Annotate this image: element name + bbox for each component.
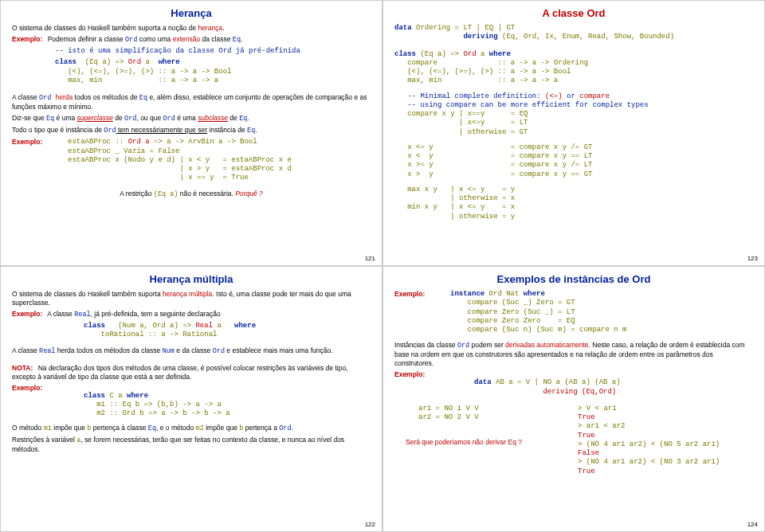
code-block: data Ordering = LT | EQ | GT deriving (E…: [394, 24, 753, 42]
example-label: Exemplo:: [12, 35, 42, 44]
paragraph: Diz-se que Eq é uma superclasse de Ord, …: [12, 114, 371, 123]
code-block: -- isto é uma simplificação da classe Or…: [55, 47, 371, 56]
code-block: class (Eq a) => Ord a where (<), (<=), (…: [55, 58, 371, 85]
slide-title: Herança múltipla: [12, 273, 371, 285]
paragraph: O método m1 impõe que b pertença à class…: [12, 424, 371, 433]
footer-line: A restrição (Eq a) não é necessária. Por…: [12, 190, 371, 199]
paragraph: A classe Ord herda todos os métodos de E…: [12, 93, 371, 111]
example-label: Exemplo:: [394, 370, 425, 379]
slide-121: Herança O sistema de classes do Haskell …: [0, 0, 382, 266]
code-block: compare x y | x==y = EQ | x<=y = LT | ot…: [394, 110, 753, 137]
paragraph: Instâncias da classe Ord podem ser deriv…: [394, 341, 753, 368]
paragraph: O sistema de classes do Haskell também s…: [12, 290, 371, 307]
paragraph: Restrições à variável a, se forem necess…: [12, 436, 371, 454]
paragraph: Todo o tipo que é instância de Ord tem n…: [12, 126, 371, 135]
code-block: x <= y = compare x y /= GT x < y = compa…: [394, 143, 753, 179]
question: Será que poderiamos não derivar Eq ?: [406, 438, 554, 447]
code-block: class C a where m1 :: Eq b => (b,b) -> a…: [84, 392, 371, 419]
slide-124: Exemplos de instâncias de Ord Exemplo: i…: [382, 266, 765, 532]
example-label: Exemplo:: [394, 290, 425, 299]
code-block: -- Minimal complete definition: (<=) or …: [394, 92, 753, 111]
slide-title: Exemplos de instâncias de Ord: [394, 273, 753, 285]
example-label: Exemplo:: [12, 138, 42, 147]
code-block: ar1 = NO 1 V V ar2 = NO 2 V V: [418, 405, 554, 423]
slide-123: A classe Ord data Ordering = LT | EQ | G…: [382, 0, 765, 266]
slide-122: Herança múltipla O sistema de classes do…: [0, 266, 382, 532]
two-col: ar1 = NO 1 V V ar2 = NO 2 V V Será que p…: [394, 405, 753, 476]
example-label: Exemplo:: [12, 310, 42, 319]
code-block: instance Ord Nat where compare (Suc _) Z…: [450, 290, 753, 334]
example-line: Exemplo: A classe Real, já pré-definida,…: [12, 310, 371, 319]
code-block: class (Eq a) => Ord a where compare :: a…: [394, 50, 753, 86]
code-block: > V < ar1 True > ar1 < ar2 True > (NO 4 …: [578, 405, 720, 476]
example-line: Exemplo: Podemos definir a classe Ord co…: [12, 35, 371, 45]
nota-line: NOTA: Na declaração dos tipos dos método…: [12, 364, 371, 381]
paragraph: O sistema de classes do Haskell também s…: [12, 24, 371, 33]
code-block: data AB a = V | NO a (AB a) (AB a) deriv…: [474, 378, 753, 397]
page-number: 124: [747, 521, 758, 528]
left-col: ar1 = NO 1 V V ar2 = NO 2 V V Será que p…: [394, 405, 554, 476]
slide-title: Herança: [12, 7, 371, 19]
slide-grid: Herança O sistema de classes do Haskell …: [0, 0, 765, 532]
slide-title: A classe Ord: [394, 7, 753, 19]
code-block: max x y | x <= y = y | otherwise = x min…: [394, 186, 753, 221]
code-block: class (Num a, Ord a) => Real a where toR…: [84, 322, 371, 340]
code-block: estaABProc :: Ord a => a -> ArvBin a -> …: [68, 138, 371, 182]
example-label: Exemplo:: [12, 384, 42, 393]
paragraph: A classe Real herda todos os métodos da …: [12, 346, 371, 356]
nota-label: NOTA:: [12, 364, 33, 373]
page-number: 122: [365, 521, 375, 528]
page-number: 121: [365, 255, 375, 262]
page-number: 123: [747, 255, 758, 262]
